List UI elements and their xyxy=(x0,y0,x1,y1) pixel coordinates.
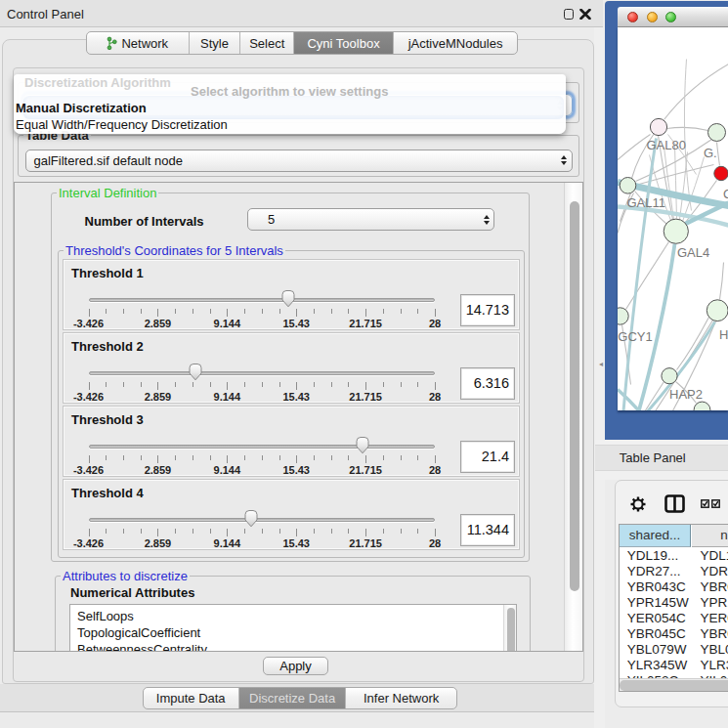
table-data-combobox[interactable]: galFiltered.sif default node xyxy=(25,150,573,172)
network-node-c[interactable] xyxy=(713,166,727,180)
cell-name: YBR0 xyxy=(700,626,728,642)
split-view-icon[interactable] xyxy=(664,494,685,513)
panel-splitter[interactable]: ◂ xyxy=(594,27,605,728)
network-window-titlebar[interactable] xyxy=(618,7,728,27)
network-edge[interactable] xyxy=(666,127,707,130)
dropdown-item-equal-width[interactable]: Equal Width/Frequency Discretization xyxy=(16,117,228,132)
column-header-name[interactable]: n... xyxy=(692,525,728,548)
close-icon[interactable] xyxy=(579,9,591,20)
tab-discretize-data[interactable]: Discretize Data xyxy=(239,688,346,709)
slider-tick xyxy=(244,309,245,314)
column-header-shared-name[interactable]: shared... xyxy=(620,525,692,548)
network-node-gcy1[interactable] xyxy=(618,307,628,323)
slider-tick xyxy=(89,309,90,317)
tab-label: Cyni Toolbox xyxy=(307,36,379,51)
network-node-h[interactable] xyxy=(707,299,728,321)
threshold-value-field[interactable]: 11.344 xyxy=(460,514,515,546)
cell-shared-name: YPR145W xyxy=(627,594,689,610)
checkbox-icon[interactable] xyxy=(711,499,720,508)
tab-jactivemnodules[interactable]: jActiveMNodules xyxy=(394,32,518,54)
slider-tick xyxy=(210,529,211,534)
table-panel-header: Table Panel xyxy=(595,445,728,471)
slider-tick-label: 21.715 xyxy=(336,318,395,329)
settings-scrollbar-thumb[interactable] xyxy=(570,201,579,591)
splitter-handle-icon[interactable]: ◂ xyxy=(599,361,604,367)
slider-thumb[interactable] xyxy=(279,289,297,308)
attribute-list-item[interactable]: SelfLoops xyxy=(77,608,134,624)
tab-impute-data[interactable]: Impute Data xyxy=(144,688,239,709)
network-edge[interactable] xyxy=(684,59,691,210)
table-row[interactable]: YBR045CYBR0 xyxy=(620,626,728,642)
network-edge[interactable] xyxy=(719,262,723,299)
slider-track[interactable] xyxy=(89,371,436,376)
slider-tick xyxy=(331,309,332,314)
settings-scrollbar[interactable] xyxy=(564,183,583,651)
table-hscrollbar[interactable] xyxy=(620,678,728,691)
tab-style[interactable]: Style xyxy=(190,32,240,54)
network-edge[interactable] xyxy=(674,145,676,218)
table-row[interactable]: YER054CYER0 xyxy=(620,610,728,625)
slider-tick xyxy=(331,529,332,534)
apply-button[interactable]: Apply xyxy=(263,657,328,676)
close-traffic-light-icon[interactable] xyxy=(627,12,638,22)
table-row[interactable]: YPR145WYPR1 xyxy=(620,594,728,610)
table-row[interactable]: YLR345WYLR3 xyxy=(620,658,728,673)
slider-thumb[interactable] xyxy=(354,436,371,454)
slider-tick xyxy=(123,529,124,534)
network-node-hap2[interactable] xyxy=(661,367,676,383)
network-node-g[interactable] xyxy=(707,123,725,141)
gear-icon[interactable] xyxy=(630,496,646,512)
table-row[interactable]: YDL19...YDL1 xyxy=(620,547,728,563)
slider-tick xyxy=(175,382,176,387)
slider-thumb[interactable] xyxy=(242,509,260,528)
tab-network[interactable]: Network xyxy=(87,32,190,54)
network-node-gal11[interactable] xyxy=(620,177,636,193)
combo-stepper-icon xyxy=(484,215,491,225)
slider-tick xyxy=(193,529,193,534)
slider-tick xyxy=(193,309,193,314)
numerical-attributes-list[interactable]: SelfLoopsTopologicalCoefficientBetweenne… xyxy=(69,604,517,652)
slider-track[interactable] xyxy=(89,518,436,523)
slider-tick-label: 15.43 xyxy=(267,537,325,549)
threshold-panel-4: Threshold 4-3.4262.8599.14415.4321.71528… xyxy=(63,479,520,551)
tab-cyni-toolbox[interactable]: Cyni Toolbox xyxy=(294,32,393,54)
dropdown-item-manual-discretization[interactable]: Manual Discretization xyxy=(16,101,147,115)
cell-name: YPR1 xyxy=(700,594,728,610)
attribute-list-item[interactable]: TopologicalCoefficient xyxy=(77,624,200,641)
slider-track[interactable] xyxy=(89,298,436,303)
network-edge[interactable] xyxy=(635,164,713,185)
table-row[interactable]: YDR27...YDR2 xyxy=(620,563,728,578)
table-hscrollbar-thumb[interactable] xyxy=(620,680,728,691)
network-edge[interactable] xyxy=(625,241,668,309)
slider-tick xyxy=(331,382,332,387)
tab-infer-network[interactable]: Infer Network xyxy=(346,688,456,709)
threshold-value-field[interactable]: 21.4 xyxy=(460,441,515,473)
slider-tick xyxy=(210,455,211,460)
tab-select[interactable]: Select xyxy=(240,32,294,54)
network-node-gal4[interactable] xyxy=(664,219,688,243)
float-window-icon[interactable] xyxy=(564,9,574,20)
cell-shared-name: YBL079W xyxy=(627,642,687,658)
network-canvas[interactable]: GAL80G.CGAL11GAL4GCY1HHAP2 xyxy=(618,27,728,410)
network-edge[interactable] xyxy=(676,317,708,369)
slider-tick xyxy=(348,382,349,387)
slider-thumb[interactable] xyxy=(187,363,204,381)
number-of-intervals-combobox[interactable]: 5 xyxy=(247,208,494,231)
attribute-list-item[interactable]: BetweennessCentrality xyxy=(77,641,207,652)
table-row[interactable]: YBR043CYBR0 xyxy=(620,578,728,594)
slider-track[interactable] xyxy=(89,445,436,450)
list-scrollbar[interactable] xyxy=(503,605,516,651)
network-node-gal80[interactable] xyxy=(650,118,666,135)
slider-tick xyxy=(227,382,228,390)
zoom-traffic-light-icon[interactable] xyxy=(665,12,676,22)
threshold-value-field[interactable]: 6.316 xyxy=(460,367,515,400)
network-edge[interactable] xyxy=(664,64,728,119)
slider-tick-label: 2.859 xyxy=(128,391,187,403)
list-scrollbar-thumb[interactable] xyxy=(507,608,515,652)
checkbox-icon[interactable] xyxy=(701,499,709,508)
network-edge[interactable] xyxy=(716,142,719,165)
minimize-traffic-light-icon[interactable] xyxy=(647,12,658,22)
table-row[interactable]: YBL079WYBL0 xyxy=(620,642,728,658)
network-node[interactable] xyxy=(694,402,710,410)
threshold-value-field[interactable]: 14.713 xyxy=(460,294,515,326)
